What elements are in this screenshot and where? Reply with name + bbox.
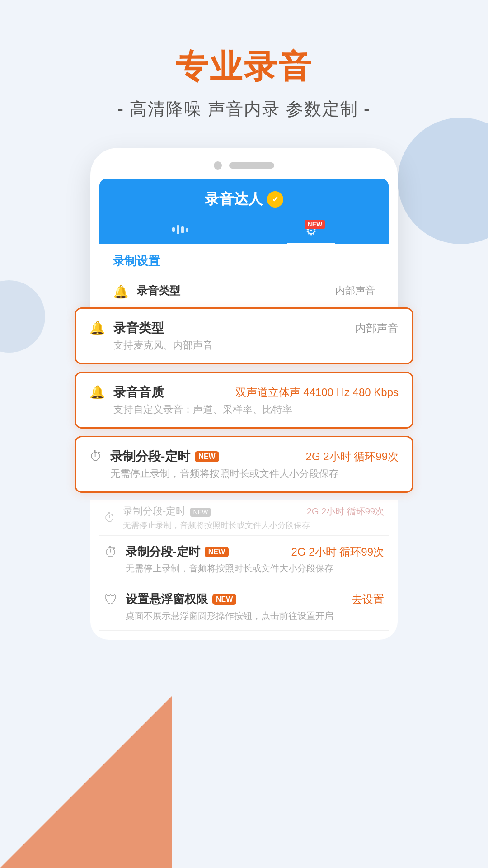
app-title: 录音达人 bbox=[205, 189, 263, 209]
app-tabs: ⚙ NEW bbox=[113, 218, 375, 244]
preview-setting-row: 🔔 录音类型 内部声音 bbox=[113, 276, 375, 307]
phone-speaker bbox=[229, 162, 274, 169]
audio-quality-icon: 🔔 bbox=[89, 385, 105, 400]
segment-icon: ⏱ bbox=[89, 449, 102, 464]
blur-row-icon: ⏱ bbox=[104, 511, 116, 525]
svg-rect-0 bbox=[172, 227, 175, 232]
below-float-main-row: 设置悬浮窗权限 NEW 去设置 bbox=[126, 591, 384, 607]
below-row-segment: ⏱ 录制分段-定时 NEW 2G 2小时 循环99次 无需停止录制，音频将按照时… bbox=[99, 536, 389, 583]
segment-desc: 无需停止录制，音频将按照时长或文件大小分段保存 bbox=[110, 467, 399, 481]
below-segment-desc: 无需停止录制，音频将按照时长或文件大小分段保存 bbox=[126, 562, 384, 575]
recording-type-main-row: 录音类型 内部声音 bbox=[113, 320, 399, 337]
segment-value: 2G 2小时 循环99次 bbox=[306, 449, 399, 464]
segment-new-tag: NEW bbox=[195, 451, 219, 462]
phone-camera bbox=[214, 161, 222, 170]
recording-type-label: 录音类型 bbox=[113, 320, 164, 337]
below-segment-value: 2G 2小时 循环99次 bbox=[291, 545, 384, 559]
phone-mockup: 录音达人 ✓ bbox=[90, 148, 398, 335]
phone-speaker-area bbox=[99, 161, 389, 170]
segment-label: 录制分段-定时 bbox=[110, 448, 190, 465]
highlight-card-audio-quality: 🔔 录音音质 双声道立体声 44100 Hz 480 Kbps 支持自定义录音：… bbox=[75, 372, 413, 429]
svg-rect-1 bbox=[177, 225, 179, 234]
section-title: 录制设置 bbox=[113, 253, 375, 269]
highlight-cards-container: 🔔 录音类型 内部声音 支持麦克风、内部声音 🔔 录音音质 双声道立体声 441… bbox=[75, 307, 413, 500]
tab-settings[interactable]: ⚙ NEW bbox=[287, 219, 335, 244]
tab-waveform[interactable] bbox=[153, 218, 207, 244]
app-content-preview: 录制设置 🔔 录音类型 内部声音 bbox=[99, 244, 389, 316]
below-segment-body: 录制分段-定时 NEW 2G 2小时 循环99次 无需停止录制，音频将按照时长或… bbox=[126, 544, 384, 575]
svg-rect-3 bbox=[186, 228, 188, 232]
below-segment-main-row: 录制分段-定时 NEW 2G 2小时 循环99次 bbox=[126, 544, 384, 560]
below-segment-label: 录制分段-定时 NEW bbox=[126, 544, 229, 560]
recording-type-desc: 支持麦克风、内部声音 bbox=[113, 339, 399, 352]
settings-new-badge: NEW bbox=[305, 220, 325, 229]
audio-quality-desc: 支持自定义录音：声道、采样率、比特率 bbox=[113, 403, 399, 416]
blur-row-body: 录制分段-定时 NEW 2G 2小时 循环99次 无需停止录制，音频将按照时长或… bbox=[123, 505, 384, 531]
app-title-row: 录音达人 ✓ bbox=[113, 189, 375, 209]
audio-quality-body: 录音音质 双声道立体声 44100 Hz 480 Kbps 支持自定义录音：声道… bbox=[113, 384, 399, 416]
segment-main-row: 录制分段-定时 NEW 2G 2小时 循环99次 bbox=[110, 448, 399, 465]
page-sub-title: - 高清降噪 声音内录 参数定制 - bbox=[117, 98, 371, 121]
audio-quality-value: 双声道立体声 44100 Hz 480 Kbps bbox=[235, 385, 399, 400]
preview-setting-body: 录音类型 内部声音 bbox=[137, 283, 375, 300]
preview-main-row: 录音类型 内部声音 bbox=[137, 283, 375, 298]
preview-value: 内部声音 bbox=[335, 284, 375, 297]
below-float-desc: 桌面不展示悬浮窗圆形操作按钮，点击前往设置开启 bbox=[126, 610, 384, 622]
below-float-label: 设置悬浮窗权限 NEW bbox=[126, 591, 236, 607]
blur-desc: 无需停止录制，音频将按照时长或文件大小分段保存 bbox=[123, 520, 384, 531]
app-title-badge: ✓ bbox=[267, 191, 283, 208]
blur-value: 2G 2小时 循环99次 bbox=[307, 505, 384, 518]
waveform-icon bbox=[171, 223, 189, 240]
gear-wrapper: ⚙ NEW bbox=[305, 223, 317, 238]
preview-label: 录音类型 bbox=[137, 283, 180, 298]
below-float-body: 设置悬浮窗权限 NEW 去设置 桌面不展示悬浮窗圆形操作按钮，点击前往设置开启 bbox=[126, 591, 384, 622]
svg-rect-2 bbox=[181, 226, 184, 233]
blur-label: 录制分段-定时 NEW bbox=[123, 505, 211, 518]
highlight-card-recording-type: 🔔 录音类型 内部声音 支持麦克风、内部声音 bbox=[75, 307, 413, 364]
below-segment-icon: ⏱ bbox=[104, 545, 117, 560]
segment-body: 录制分段-定时 NEW 2G 2小时 循环99次 无需停止录制，音频将按照时长或… bbox=[110, 448, 399, 481]
preview-setting-icon: 🔔 bbox=[113, 284, 129, 299]
audio-quality-main-row: 录音音质 双声道立体声 44100 Hz 480 Kbps bbox=[113, 384, 399, 401]
below-row-float-window[interactable]: 🛡 设置悬浮窗权限 NEW 去设置 桌面不展示悬浮窗圆形操作按钮，点击前往设置开… bbox=[99, 583, 389, 631]
recording-type-icon: 🔔 bbox=[89, 321, 105, 335]
below-float-new-tag: NEW bbox=[212, 594, 236, 605]
page-main-title: 专业录音 bbox=[175, 45, 313, 89]
highlight-card-segment: ⏱ 录制分段-定时 NEW 2G 2小时 循环99次 无需停止录制，音频将按照时… bbox=[75, 436, 413, 493]
bg-triangle-bottom-left bbox=[0, 696, 172, 868]
below-phone-content: ⏱ 录制分段-定时 NEW 2G 2小时 循环99次 无需停止录制，音频将按照时… bbox=[90, 500, 398, 640]
recording-type-body: 录音类型 内部声音 支持麦克风、内部声音 bbox=[113, 320, 399, 352]
recording-type-value: 内部声音 bbox=[355, 321, 399, 335]
audio-quality-label: 录音音质 bbox=[113, 384, 164, 401]
below-segment-new-tag: NEW bbox=[205, 547, 229, 557]
below-float-icon: 🛡 bbox=[104, 592, 117, 608]
below-float-value[interactable]: 去设置 bbox=[352, 592, 384, 607]
app-header: 录音达人 ✓ bbox=[99, 179, 389, 244]
